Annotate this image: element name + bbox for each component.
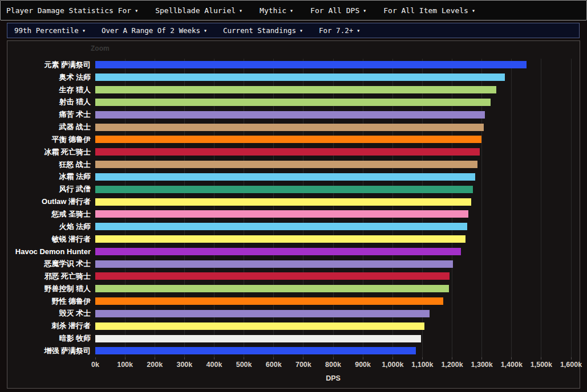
bar-label-mage[interactable]: 冰霜 法师 — [7, 172, 95, 182]
bar-label-warrior[interactable]: 狂怒 战士 — [7, 160, 95, 170]
bar-track — [95, 245, 571, 258]
dps-bar[interactable] — [95, 347, 416, 354]
dps-bar[interactable] — [95, 272, 450, 280]
chart-row: 冰霜 法师 — [7, 170, 578, 183]
top-menu-2[interactable]: Mythic▾ — [260, 6, 293, 15]
dropdown-caret-icon: ▾ — [357, 27, 360, 34]
x-axis-tick — [392, 357, 393, 360]
bar-track — [95, 133, 571, 146]
chart-row: 野性 德鲁伊 — [7, 295, 578, 308]
dps-bar[interactable] — [95, 310, 430, 317]
dps-bar[interactable] — [95, 148, 480, 156]
dropdown-caret-icon: ▾ — [299, 27, 303, 34]
dps-bar[interactable] — [95, 61, 527, 68]
chart-row: 火焰 法师 — [7, 220, 578, 233]
dps-bar[interactable] — [95, 235, 465, 243]
dps-bar[interactable] — [95, 99, 491, 106]
bar-label-warrior[interactable]: 武器 战士 — [7, 122, 95, 132]
menu-label: For 7.2+ — [319, 26, 353, 35]
bar-track — [95, 332, 571, 345]
bar-label-hunter[interactable]: 野兽控制 猎人 — [7, 284, 95, 294]
dps-bar[interactable] — [95, 260, 453, 268]
dps-bar[interactable] — [95, 210, 468, 218]
bar-label-priest[interactable]: 暗影 牧师 — [7, 333, 95, 344]
chart-row: 平衡 德鲁伊 — [7, 133, 578, 146]
top-nav-bar: Player Damage Statistics For▾Spellblade … — [0, 0, 587, 21]
bar-track — [95, 183, 571, 195]
sub-menu-2[interactable]: Current Standings▾ — [223, 26, 303, 35]
bar-label-warlock[interactable]: 恶魔学识 术士 — [7, 259, 95, 269]
bar-label-druid[interactable]: 平衡 德鲁伊 — [7, 134, 95, 145]
x-axis-tick — [273, 357, 274, 360]
bar-label-hunter[interactable]: 生存 猎人 — [7, 85, 95, 95]
page: Player Damage Statistics For▾Spellblade … — [0, 0, 587, 392]
dps-bar-chart: Zoom 元素 萨满祭司奥术 法师生存 猎人射击 猎人痛苦 术士武器 战士平衡 … — [7, 40, 580, 389]
bar-label-mage[interactable]: 火焰 法师 — [7, 222, 95, 232]
bar-label-hunter[interactable]: 射击 猎人 — [7, 97, 95, 107]
bar-track — [95, 233, 571, 246]
dropdown-caret-icon: ▾ — [290, 7, 293, 14]
bar-track — [95, 270, 571, 283]
bar-track — [95, 71, 571, 84]
bar-track — [95, 258, 571, 270]
bar-label-death-knight[interactable]: 冰霜 死亡骑士 — [7, 147, 95, 157]
x-axis-tick — [422, 357, 423, 360]
dps-bar[interactable] — [95, 322, 424, 330]
bar-track — [95, 170, 571, 183]
bar-track — [95, 59, 571, 71]
bar-label-monk[interactable]: 风行 武僧 — [7, 184, 95, 194]
chart-row: 痛苦 术士 — [7, 108, 578, 121]
x-axis-tick — [333, 357, 334, 360]
x-axis-tick-labels: 0k100k200k300k400k500k600k700k800k900k1,… — [95, 361, 571, 370]
menu-label: Player Damage Statistics For — [6, 6, 131, 15]
dps-bar[interactable] — [95, 111, 485, 119]
top-menu-0[interactable]: Player Damage Statistics For▾ — [6, 6, 138, 15]
bar-label-death-knight[interactable]: 邪恶 死亡骑士 — [7, 271, 95, 281]
dps-bar[interactable] — [95, 248, 461, 255]
bar-label-warlock[interactable]: 痛苦 术士 — [7, 109, 95, 120]
chart-rows: 元素 萨满祭司奥术 法师生存 猎人射击 猎人痛苦 术士武器 战士平衡 德鲁伊冰霜… — [7, 59, 578, 357]
dps-bar[interactable] — [95, 198, 471, 206]
bar-label-shaman[interactable]: 元素 萨满祭司 — [7, 60, 95, 70]
dropdown-caret-icon: ▾ — [472, 7, 475, 14]
dps-bar[interactable] — [95, 297, 443, 305]
dps-bar[interactable] — [95, 86, 496, 93]
bar-track — [95, 146, 571, 158]
bar-label-rogue[interactable]: Outlaw 潜行者 — [7, 197, 95, 207]
bar-track — [95, 320, 571, 332]
bar-label-warlock[interactable]: 毁灭 术士 — [7, 308, 95, 318]
dps-bar[interactable] — [95, 335, 421, 342]
dps-bar[interactable] — [95, 285, 449, 292]
top-menu-1[interactable]: Spellblade Aluriel▾ — [155, 6, 242, 15]
x-axis-tick — [244, 357, 244, 360]
chart-row: 刺杀 潜行者 — [7, 320, 578, 332]
dps-bar[interactable] — [95, 136, 481, 143]
top-menu-3[interactable]: For All DPS▾ — [310, 6, 366, 15]
bar-label-shaman[interactable]: 增强 萨满祭司 — [7, 346, 95, 356]
bar-label-druid[interactable]: 野性 德鲁伊 — [7, 296, 95, 307]
sub-menu-3[interactable]: For 7.2+▾ — [319, 26, 360, 35]
bar-label-mage[interactable]: 奥术 法师 — [7, 72, 95, 83]
sub-menu-0[interactable]: 99th Percentile▾ — [14, 26, 86, 35]
sub-menu-1[interactable]: Over A Range Of 2 Weeks▾ — [102, 26, 207, 35]
dps-bar[interactable] — [95, 124, 484, 131]
bar-label-rogue[interactable]: 刺杀 潜行者 — [7, 321, 95, 331]
x-axis-tick — [511, 357, 512, 360]
sub-nav-bar: 99th Percentile▾Over A Range Of 2 Weeks▾… — [7, 23, 580, 38]
x-axis-tick — [155, 357, 155, 360]
bar-label-demon-hunter[interactable]: Havoc Demon Hunter — [7, 247, 95, 256]
chart-row: 射击 猎人 — [7, 96, 578, 108]
x-axis-tick — [303, 357, 303, 360]
chart-row: 邪恶 死亡骑士 — [7, 270, 578, 283]
dps-bar[interactable] — [95, 161, 477, 168]
dps-bar[interactable] — [95, 223, 467, 230]
dps-bar[interactable] — [95, 186, 473, 193]
x-axis-tick — [125, 357, 126, 360]
dps-bar[interactable] — [95, 173, 475, 181]
bar-label-rogue[interactable]: 敏锐 潜行者 — [7, 234, 95, 244]
top-menu-4[interactable]: For All Item Levels▾ — [383, 6, 475, 15]
bar-label-paladin[interactable]: 惩戒 圣骑士 — [7, 209, 95, 219]
dps-bar[interactable] — [95, 74, 505, 81]
bar-track — [95, 84, 571, 96]
menu-label: For All DPS — [310, 6, 359, 15]
